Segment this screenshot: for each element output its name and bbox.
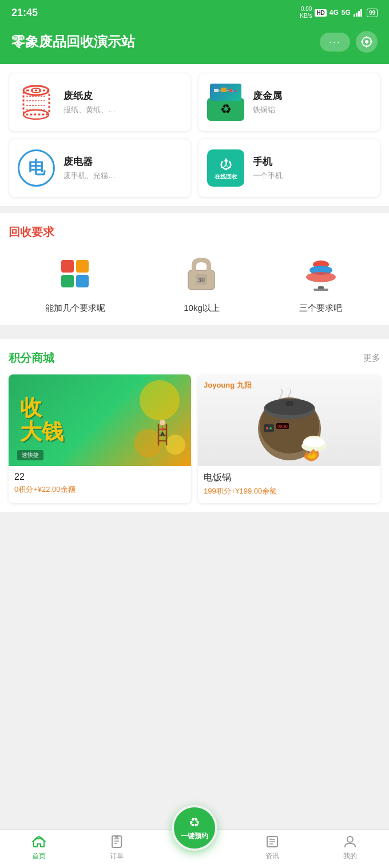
nav-profile[interactable]: 我的 xyxy=(311,834,389,861)
status-icons: 0.00KB/s HD 4G 5G 99 xyxy=(300,6,378,19)
fab-label: 一键预约 xyxy=(181,831,208,841)
nav-orders-label: 订单 xyxy=(110,851,124,861)
mall-card-body-banner: 22 0积分+¥22.00余额 xyxy=(9,466,191,502)
home-icon xyxy=(31,834,46,849)
bottom-spacer xyxy=(0,512,389,569)
network-speed: 0.00KB/s xyxy=(300,6,312,19)
electronics-text: 废电器 废手机、光猫… xyxy=(63,155,116,181)
svg-point-53 xyxy=(266,427,268,429)
svg-rect-3 xyxy=(360,9,362,17)
mall-banner-image: 收大钱 xyxy=(9,374,191,466)
battery-icon: 99 xyxy=(367,9,378,17)
req-label-colorblocks: 能加几个要求呢 xyxy=(45,303,105,314)
paper-icon xyxy=(18,84,55,121)
svg-point-42 xyxy=(160,420,165,425)
svg-rect-28 xyxy=(76,275,89,287)
metal-name: 废金属 xyxy=(253,89,282,102)
app-title: 零象废品回收演示站 xyxy=(11,33,135,51)
metal-text: 废金属 铁铜铝 xyxy=(253,89,282,115)
mall-title: 积分商城 xyxy=(9,350,54,366)
svg-rect-0 xyxy=(354,14,355,17)
banner-subtitle: 速快捷 xyxy=(17,450,43,460)
svg-rect-52 xyxy=(264,424,274,432)
profile-icon xyxy=(343,834,358,849)
category-paper[interactable]: 废纸皮 报纸、黄纸、… xyxy=(9,73,191,132)
one-click-book-button[interactable]: ♻ 一键预约 xyxy=(172,805,217,851)
mall-item-name-rc: 电饭锅 xyxy=(204,472,375,484)
menu-dots: ··· xyxy=(329,36,341,48)
nav-orders[interactable]: 订单 xyxy=(78,834,156,861)
svg-rect-18 xyxy=(214,89,219,92)
svg-rect-69 xyxy=(269,838,272,839)
svg-rect-1 xyxy=(356,13,358,17)
req-item-stack[interactable]: 三个要求吧 xyxy=(298,251,344,314)
svg-rect-64 xyxy=(115,835,118,838)
mall-item-price-rc: 199积分+¥199.00余额 xyxy=(204,486,375,496)
svg-point-54 xyxy=(269,427,272,429)
req-item-weight[interactable]: 30 10kg以上 xyxy=(178,251,224,314)
categories-section: 废纸皮 报纸、黄纸、… ♻ xyxy=(0,64,389,206)
nav-home[interactable]: 首页 xyxy=(0,834,78,861)
category-metal[interactable]: ♻ 废金属 铁铜铝 xyxy=(198,73,380,132)
online-recycle-label: 在线回收 xyxy=(215,173,237,181)
mall-section: 积分商城 更多 收大钱 xyxy=(0,339,389,512)
metal-icon: ♻ xyxy=(207,84,244,121)
phone-text: 手机 一个手机 xyxy=(253,155,283,181)
status-time: 21:45 xyxy=(11,7,38,19)
svg-rect-20 xyxy=(229,89,232,92)
svg-text:09:30: 09:30 xyxy=(277,424,288,428)
brand-label: Joyoung 九阳 xyxy=(204,380,252,390)
mall-card-body-rc: 电饭锅 199积分+¥199.00余额 xyxy=(198,466,380,503)
req-label-weight: 10kg以上 xyxy=(184,303,220,314)
mall-item-name-22: 22 xyxy=(14,472,185,482)
nav-profile-label: 我的 xyxy=(343,851,357,861)
metal-desc: 铁铜铝 xyxy=(253,105,282,115)
banner-deco-circle1 xyxy=(140,380,180,420)
online-recycle-icon: 在线回收 xyxy=(207,149,244,187)
svg-point-59 xyxy=(303,438,325,447)
nav-news[interactable]: 资讯 xyxy=(233,834,311,861)
req-label-stack: 三个要求吧 xyxy=(299,303,342,314)
svg-rect-27 xyxy=(61,275,74,287)
mall-card-ricecooker[interactable]: Joyoung 九阳 xyxy=(198,374,380,503)
status-bar: 21:45 0.00KB/s HD 4G 5G 99 xyxy=(0,0,389,25)
req-item-colorblocks[interactable]: 能加几个要求呢 xyxy=(45,251,105,314)
category-phone[interactable]: 在线回收 手机 一个手机 xyxy=(198,139,380,198)
divider-2 xyxy=(0,325,389,332)
phone-desc: 一个手机 xyxy=(253,171,283,181)
scan-icon xyxy=(360,35,373,48)
fab-icon: ♻ xyxy=(189,815,200,830)
svg-rect-21 xyxy=(233,90,237,92)
rice-cooker-image: Joyoung 九阳 xyxy=(198,374,380,466)
news-icon xyxy=(265,834,280,849)
colorblocks-icon xyxy=(53,251,98,297)
requirements-section: 回收要求 能加几个要求呢 30 xyxy=(0,213,389,325)
svg-point-70 xyxy=(347,837,353,842)
svg-rect-36 xyxy=(313,289,328,291)
orders-icon xyxy=(109,834,124,849)
weight-icon: 30 xyxy=(178,251,224,297)
nav-home-label: 首页 xyxy=(32,851,46,861)
svg-point-34 xyxy=(306,272,336,282)
4g-icon: 4G xyxy=(330,9,339,17)
electronics-icon: 电 xyxy=(18,149,55,187)
banner-figure xyxy=(154,418,171,449)
svg-rect-26 xyxy=(76,260,89,273)
banner-main-text: 收大钱 xyxy=(20,396,63,444)
mall-more-link[interactable]: 更多 xyxy=(363,353,380,364)
mall-item-price-22: 0积分+¥22.00余额 xyxy=(14,484,185,495)
requirements-title: 回收要求 xyxy=(9,224,380,240)
signal-icon xyxy=(354,9,364,17)
mall-header: 积分商城 更多 xyxy=(9,350,380,366)
mall-card-banner[interactable]: 收大钱 xyxy=(9,374,191,503)
svg-rect-2 xyxy=(358,11,360,17)
svg-rect-25 xyxy=(61,260,74,273)
fab-container: ♻ 一键预约 xyxy=(172,805,217,851)
recycle-icon xyxy=(218,156,234,172)
scan-button[interactable] xyxy=(356,31,378,53)
svg-rect-51 xyxy=(285,401,293,406)
electronics-name: 废电器 xyxy=(63,155,116,168)
category-electronics[interactable]: 电 废电器 废手机、光猫… xyxy=(9,139,191,198)
menu-button[interactable]: ··· xyxy=(320,33,350,52)
paper-text: 废纸皮 报纸、黄纸、… xyxy=(63,89,116,115)
